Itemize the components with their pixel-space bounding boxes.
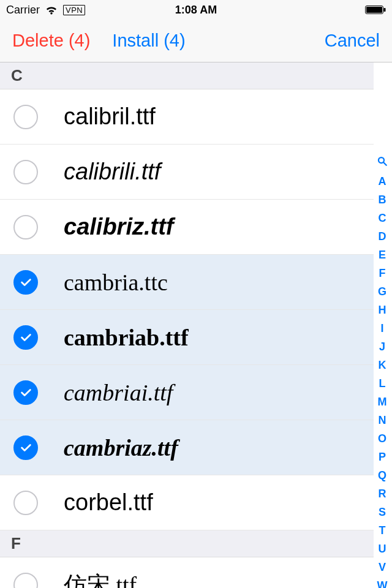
checkbox[interactable]	[13, 491, 38, 515]
index-letter[interactable]: P	[379, 448, 386, 466]
font-name: 仿宋.ttf	[64, 570, 137, 589]
list-item[interactable]: cambria.ttc	[0, 255, 374, 310]
font-list: C calibril.ttf calibrili.ttf calibriz.tt…	[0, 62, 374, 588]
index-letter[interactable]: O	[378, 430, 386, 448]
section-header-f: F	[0, 530, 374, 557]
index-letter[interactable]: U	[379, 540, 386, 558]
font-name: cambriab.ttf	[64, 324, 189, 351]
index-letter[interactable]: K	[379, 356, 386, 374]
list-item[interactable]: cambriai.ttf	[0, 365, 374, 420]
index-letter[interactable]: M	[378, 393, 387, 411]
font-name: calibrili.ttf	[64, 159, 160, 185]
checkbox-checked[interactable]	[13, 380, 38, 405]
status-bar: Carrier VPN 1:08 AM	[0, 0, 392, 20]
font-name: calibril.ttf	[64, 104, 156, 130]
alphabet-index[interactable]: A B C D E F G H I J K L M N O P Q R S T …	[374, 142, 391, 588]
index-letter[interactable]: D	[379, 228, 386, 246]
svg-line-4	[383, 162, 386, 165]
checkbox[interactable]	[13, 160, 38, 184]
list-item[interactable]: cambriab.ttf	[0, 310, 374, 365]
index-letter[interactable]: W	[377, 577, 388, 588]
font-name: cambria.ttc	[64, 269, 168, 296]
status-time: 1:08 AM	[175, 4, 217, 17]
index-letter[interactable]: B	[379, 191, 386, 209]
list-item[interactable]: cambriaz.ttf	[0, 420, 374, 475]
install-button[interactable]: Install (4)	[112, 31, 185, 51]
cancel-button[interactable]: Cancel	[325, 31, 380, 51]
index-letter[interactable]: Q	[378, 467, 386, 484]
index-letter[interactable]: J	[379, 338, 385, 356]
wifi-icon	[45, 5, 58, 15]
index-letter[interactable]: H	[379, 301, 386, 319]
carrier-label: Carrier	[6, 4, 40, 17]
list-item[interactable]: 仿宋.ttf	[0, 557, 374, 588]
font-name: cambriai.ttf	[64, 379, 173, 406]
index-letter[interactable]: E	[379, 246, 386, 264]
list-item[interactable]: calibrili.ttf	[0, 145, 374, 200]
battery-icon	[365, 6, 386, 14]
font-name: cambriaz.ttf	[64, 434, 178, 461]
list-item[interactable]: corbel.ttf	[0, 475, 374, 530]
index-letter[interactable]: A	[379, 173, 386, 190]
vpn-badge: VPN	[63, 5, 85, 15]
checkbox-checked[interactable]	[13, 270, 38, 295]
index-letter[interactable]: N	[379, 412, 386, 429]
index-letter[interactable]: S	[379, 503, 386, 521]
index-letter[interactable]: L	[379, 375, 386, 393]
font-name: calibriz.ttf	[64, 214, 173, 240]
index-letter[interactable]: R	[379, 485, 386, 503]
index-letter[interactable]: G	[378, 283, 386, 301]
checkbox-checked[interactable]	[13, 325, 38, 350]
search-icon[interactable]	[377, 154, 388, 172]
list-item[interactable]: calibril.ttf	[0, 89, 374, 145]
list-item[interactable]: calibriz.ttf	[0, 200, 374, 255]
checkbox-checked[interactable]	[13, 435, 38, 460]
section-header-c: C	[0, 62, 374, 89]
index-letter[interactable]: C	[379, 209, 386, 227]
index-letter[interactable]: I	[380, 320, 383, 337]
checkbox[interactable]	[13, 215, 38, 239]
checkbox[interactable]	[13, 573, 38, 588]
index-letter[interactable]: T	[379, 522, 386, 540]
index-letter[interactable]: V	[379, 559, 386, 576]
toolbar: Delete (4) Install (4) Cancel	[0, 20, 392, 62]
checkbox[interactable]	[13, 105, 38, 129]
content: C calibril.ttf calibrili.ttf calibriz.tt…	[0, 62, 392, 588]
delete-button[interactable]: Delete (4)	[12, 31, 90, 51]
svg-rect-2	[384, 8, 386, 12]
svg-rect-1	[366, 7, 382, 13]
font-name: corbel.ttf	[64, 489, 153, 516]
index-letter[interactable]: F	[379, 265, 386, 282]
